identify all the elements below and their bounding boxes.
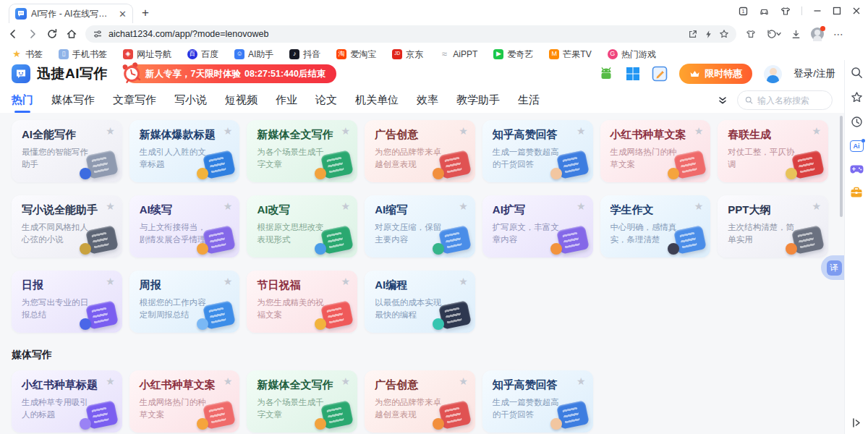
bookmark-item[interactable]: ≈ AiPPT — [439, 49, 477, 59]
tool-card[interactable]: ★ 知乎高赞回答 生成一篇赞数超高的干货回答 — [482, 370, 593, 433]
tool-card[interactable]: ★ AI全能写作 最懂您的智能写作助手 — [12, 120, 122, 182]
undo-icon[interactable] — [765, 29, 781, 39]
scrollbar[interactable] — [840, 116, 843, 217]
quick-launch-icon[interactable] — [704, 30, 713, 39]
toolbox-icon[interactable] — [850, 187, 863, 198]
tool-card[interactable]: ★ AI改写 根据原文思想改变表现形式 — [247, 195, 357, 258]
site-settings-icon[interactable] — [93, 29, 103, 39]
ai-tools-icon[interactable]: Ai — [850, 140, 864, 152]
favorite-star-icon[interactable]: ★ — [106, 276, 115, 286]
car-mode-icon[interactable] — [759, 7, 770, 16]
category-tab[interactable]: 效率 — [417, 93, 438, 107]
android-icon[interactable] — [598, 66, 614, 82]
tab-close-icon[interactable]: ✕ — [119, 9, 127, 19]
home-icon[interactable] — [66, 28, 77, 40]
bookmark-star-icon[interactable] — [719, 29, 729, 39]
tool-card[interactable]: ★ 日报 为您写出专业的日报总结 — [12, 271, 122, 333]
tool-card[interactable]: ★ 小红书种草文案 生成网络热门的种草文案 — [129, 370, 240, 433]
tool-card[interactable]: ★ 小红书种草标题 生成种草专用吸引人的标题 — [12, 370, 122, 433]
tool-card[interactable]: ★ AI续写 与上文衔接得当，剧情发展合乎情理 — [129, 195, 240, 258]
category-tab[interactable]: 写小说 — [174, 93, 207, 107]
back-icon[interactable] — [7, 28, 19, 40]
limited-offer-button[interactable]: 限时特惠 — [679, 64, 752, 84]
category-tab[interactable]: 教学助手 — [456, 93, 500, 107]
editor-icon[interactable] — [652, 66, 668, 82]
favorite-star-icon[interactable]: ★ — [459, 276, 468, 286]
cape-icon[interactable] — [780, 7, 791, 16]
expand-panel-icon[interactable] — [852, 417, 861, 428]
browser-tab[interactable]: AI写作 - AI在线写作软件 - 迅捷A ✕ — [9, 4, 133, 23]
tool-card[interactable]: ★ 新媒体爆款标题 生成引人入胜的文章标题 — [129, 120, 240, 182]
favorite-star-icon[interactable]: ★ — [224, 376, 233, 386]
bookmark-item[interactable]: ♪ 抖音 — [289, 49, 320, 59]
search-icon[interactable] — [851, 67, 863, 79]
bookmark-item[interactable]: ◈ 网址导航 — [123, 49, 171, 59]
bookmark-item[interactable]: ☺ AI助手 — [234, 49, 273, 59]
favorite-star-icon[interactable]: ★ — [459, 126, 468, 136]
favorite-star-icon[interactable]: ★ — [224, 276, 233, 286]
bookmark-item[interactable]: JD 京东 — [392, 49, 423, 59]
share-icon[interactable] — [688, 29, 698, 39]
newcomer-banner[interactable]: 新人专享，7天限时体验 08:27:51:440后结束 — [125, 64, 336, 83]
category-tab[interactable]: 媒体写作 — [51, 93, 95, 107]
bookmark-item[interactable]: 百 百度 — [187, 49, 218, 59]
favorite-star-icon[interactable]: ★ — [224, 201, 233, 211]
bookmark-item[interactable]: G 热门游戏 — [608, 49, 656, 59]
minimize-button[interactable] — [813, 7, 822, 15]
favorite-star-icon[interactable]: ★ — [224, 126, 233, 136]
tool-card[interactable]: ★ AI编程 以最低的成本实现最快的编程 — [365, 271, 475, 333]
category-tab[interactable]: 机关单位 — [355, 93, 399, 107]
windows-icon[interactable] — [626, 67, 640, 81]
tool-card[interactable]: ★ 广告创意 为您的品牌带来卓越创意表现 — [365, 120, 475, 182]
reload-icon[interactable] — [46, 28, 58, 40]
favorite-star-icon[interactable]: ★ — [812, 126, 821, 136]
games-gamepad-icon[interactable] — [850, 164, 864, 174]
tool-card[interactable]: ★ AI缩写 对原文压缩，保留主要内容 — [365, 195, 475, 258]
favorite-star-icon[interactable]: ★ — [341, 126, 351, 136]
tool-card[interactable]: ★ 节日祝福 为您生成精美的祝福文案 — [247, 271, 357, 333]
app-logo-icon[interactable] — [12, 64, 30, 83]
history-clock-icon[interactable] — [851, 116, 863, 128]
tool-card[interactable]: ★ AI扩写 扩写原文，丰富文章内容 — [482, 195, 593, 258]
favorite-star-icon[interactable]: ★ — [576, 201, 586, 211]
favorite-star-icon[interactable]: ★ — [341, 201, 351, 211]
favorite-star-icon[interactable]: ★ — [459, 376, 468, 386]
tool-card[interactable]: ★ 广告创意 为您的品牌带来卓越创意表现 — [365, 370, 475, 433]
close-window-button[interactable] — [852, 7, 861, 15]
favorites-star-icon[interactable] — [851, 91, 863, 103]
favorite-star-icon[interactable]: ★ — [106, 376, 115, 386]
menu-icon[interactable]: ⋯ — [833, 28, 844, 40]
favorite-star-icon[interactable]: ★ — [341, 376, 351, 386]
category-tab[interactable]: 文章写作 — [113, 93, 156, 107]
favorite-star-icon[interactable]: ★ — [812, 201, 821, 211]
tab-count-icon[interactable]: 1 — [739, 7, 748, 16]
bookmark-item[interactable]: ★ 书签 — [12, 49, 43, 59]
new-tab-button[interactable]: + — [142, 7, 149, 19]
avatar[interactable] — [764, 65, 782, 83]
category-tab[interactable]: 热门 — [12, 93, 33, 107]
profile-icon[interactable] — [811, 27, 824, 41]
login-register-link[interactable]: 登录/注册 — [793, 67, 835, 80]
favorite-star-icon[interactable]: ★ — [694, 201, 704, 211]
tool-card[interactable]: ★ 知乎高赞回答 生成一篇赞数超高的干货回答 — [482, 120, 593, 182]
download-icon[interactable] — [791, 29, 801, 40]
maximize-button[interactable] — [833, 7, 841, 15]
bookmark-item[interactable]: 淘 爱淘宝 — [336, 49, 376, 59]
tool-search-box[interactable] — [737, 90, 833, 110]
bookmark-item[interactable]: ▯ 手机书签 — [59, 49, 107, 59]
category-tab[interactable]: 作业 — [276, 93, 297, 107]
tool-card[interactable]: ★ 周报 根据您的工作内容定制周报总结 — [129, 271, 240, 333]
bookmark-item[interactable]: ▶ 爱奇艺 — [493, 49, 533, 59]
translate-fab[interactable]: 译 — [821, 255, 844, 280]
chevron-double-down-icon[interactable] — [718, 95, 728, 106]
favorite-star-icon[interactable]: ★ — [459, 201, 468, 211]
search-input[interactable] — [757, 95, 825, 106]
favorite-star-icon[interactable]: ★ — [106, 126, 115, 136]
favorite-star-icon[interactable]: ★ — [576, 126, 586, 136]
extension-icon[interactable] — [746, 29, 756, 39]
category-tab[interactable]: 生活 — [518, 93, 540, 107]
tool-card[interactable]: ★ 春联生成 对仗工整，平仄协调 — [718, 120, 828, 182]
category-tab[interactable]: 短视频 — [225, 93, 258, 107]
url-text[interactable]: aichat1234.com/app/?mode=lenovoweb — [109, 29, 682, 39]
favorite-star-icon[interactable]: ★ — [341, 276, 351, 286]
